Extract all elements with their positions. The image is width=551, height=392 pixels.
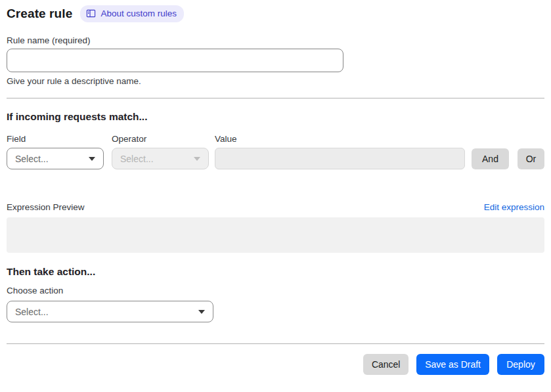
footer-actions: Cancel Save as Draft Deploy [7, 354, 544, 375]
about-custom-rules-link[interactable]: About custom rules [80, 5, 184, 22]
operator-label: Operator [112, 134, 209, 144]
value-label: Value [215, 134, 544, 144]
action-section-heading: Then take action... [7, 266, 544, 278]
chevron-down-icon [194, 157, 200, 161]
rule-name-input[interactable] [7, 49, 343, 72]
chevron-down-icon [89, 157, 95, 161]
match-column-labels: Field Operator Value [7, 134, 544, 144]
book-icon [86, 9, 96, 18]
cancel-button[interactable]: Cancel [363, 354, 408, 375]
value-input[interactable] [215, 148, 465, 169]
badge-label: About custom rules [100, 9, 177, 18]
expression-preview-box [7, 217, 544, 253]
page-title: Create rule [7, 7, 72, 21]
match-section-heading: If incoming requests match... [7, 111, 544, 123]
chevron-down-icon [198, 310, 205, 314]
and-button[interactable]: And [472, 148, 509, 169]
deploy-button[interactable]: Deploy [497, 354, 544, 375]
edit-expression-link[interactable]: Edit expression [484, 202, 544, 212]
field-select-value: Select... [15, 154, 49, 164]
rule-name-helper: Give your rule a descriptive name. [7, 76, 544, 86]
footer-divider [7, 343, 544, 344]
field-select[interactable]: Select... [7, 148, 104, 169]
section-divider [7, 98, 544, 98]
action-select-value: Select... [15, 307, 49, 317]
match-condition-row: Select... Select... And Or [7, 148, 544, 169]
field-label: Field [7, 134, 104, 144]
page-header: Create rule About custom rules [7, 5, 544, 22]
operator-select[interactable]: Select... [112, 148, 209, 169]
expression-preview-row: Expression Preview Edit expression [7, 202, 544, 212]
operator-select-value: Select... [120, 154, 154, 164]
create-rule-page: Create rule About custom rules Rule name… [0, 0, 551, 375]
save-as-draft-button[interactable]: Save as Draft [416, 354, 489, 375]
action-select[interactable]: Select... [7, 301, 213, 322]
rule-name-label: Rule name (required) [7, 35, 544, 45]
or-button[interactable]: Or [518, 148, 544, 169]
choose-action-label: Choose action [7, 286, 544, 295]
expression-preview-label: Expression Preview [7, 202, 85, 212]
